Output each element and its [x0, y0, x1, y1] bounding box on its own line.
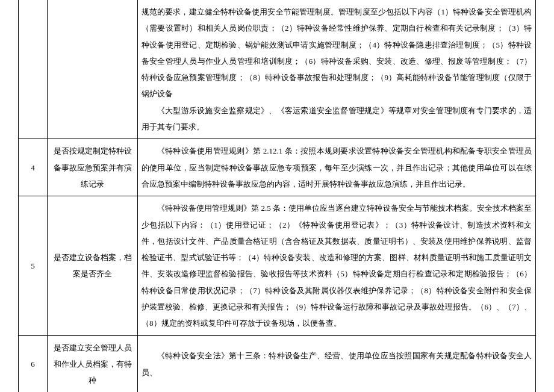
- table-row: 6是否建立安全管理人员和作业人员档案，有特种《特种设备安全法》第十三条：特种设备…: [19, 335, 536, 392]
- row-number: 5: [19, 196, 48, 335]
- row-description: 《特种设备安全法》第十三条：特种设备生产、经营、使用单位应当按照国家有关规定配备…: [138, 335, 536, 392]
- row-number: 6: [19, 335, 48, 392]
- row-label: 是否按规定制定特种设备事故应急预案并有演练记录: [48, 139, 138, 196]
- description-paragraph: 《特种设备使用管理规则》第 2.12.1 条：按照本规则要求设置特种设备安全管理…: [142, 143, 532, 192]
- table-row: 4是否按规定制定特种设备事故应急预案并有演练记录《特种设备使用管理规则》第 2.…: [19, 139, 536, 196]
- regulation-table: 规范的要求，建立健全特种设备使用安全节能管理制度。管理制度至少包括以下内容（1）…: [18, 0, 536, 392]
- table-row: 规范的要求，建立健全特种设备使用安全节能管理制度。管理制度至少包括以下内容（1）…: [19, 0, 536, 139]
- row-label: 是否建立设备档案，档案是否齐全: [48, 196, 138, 335]
- description-paragraph: 《特种设备安全法》第十三条：特种设备生产、经营、使用单位应当按照国家有关规定配备…: [142, 347, 532, 381]
- description-paragraph: 《大型游乐设施安全监察规定》、《客运索道安全监督管理规定》等规章对安全管理制度有…: [142, 102, 532, 135]
- row-number: [19, 0, 48, 139]
- table-row: 5是否建立设备档案，档案是否齐全《特种设备使用管理规则》第 2.5 条：使用单位…: [19, 196, 536, 335]
- row-number: 4: [19, 139, 48, 196]
- row-description: 《特种设备使用管理规则》第 2.5 条：使用单位应当逐台建立特种设备安全与节能技…: [138, 196, 536, 335]
- description-paragraph: 规范的要求，建立健全特种设备使用安全节能管理制度。管理制度至少包括以下内容（1）…: [142, 4, 532, 102]
- description-paragraph: 《特种设备使用管理规则》第 2.5 条：使用单位应当逐台建立特种设备安全与节能技…: [142, 200, 532, 331]
- row-description: 规范的要求，建立健全特种设备使用安全节能管理制度。管理制度至少包括以下内容（1）…: [138, 0, 536, 139]
- row-description: 《特种设备使用管理规则》第 2.12.1 条：按照本规则要求设置特种设备安全管理…: [138, 139, 536, 196]
- row-label: [48, 0, 138, 139]
- row-label: 是否建立安全管理人员和作业人员档案，有特种: [48, 335, 138, 392]
